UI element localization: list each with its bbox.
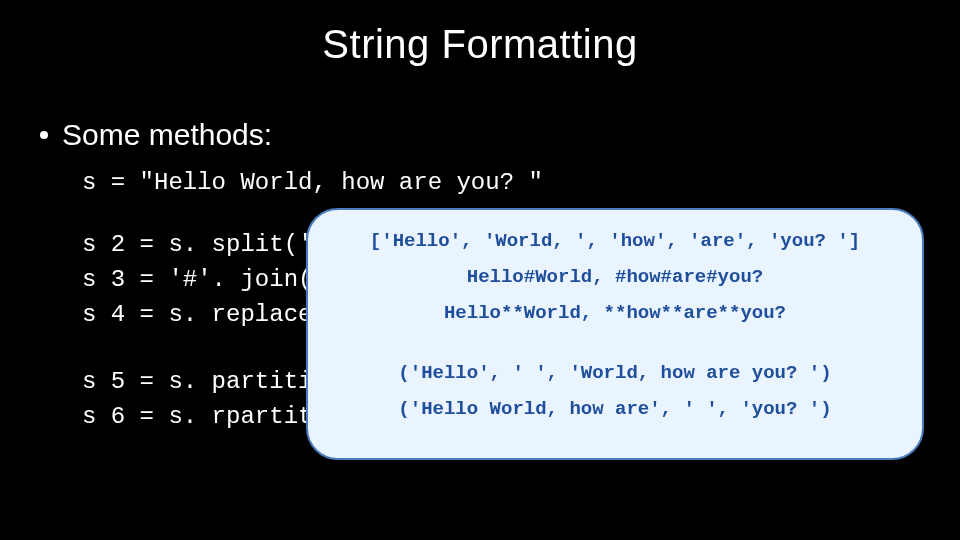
slide-title: String Formatting (0, 22, 960, 67)
bullet-text: Some methods: (62, 118, 272, 152)
output-callout: ['Hello', 'World, ', 'how', 'are', 'you?… (306, 208, 924, 460)
output-replace: Hello**World, **how**are**you? (318, 302, 912, 324)
output-split: ['Hello', 'World, ', 'how', 'are', 'you?… (318, 230, 912, 252)
output-join: Hello#World, #how#are#you? (318, 266, 912, 288)
code-line-init: s = "Hello World, how are you? " (82, 166, 543, 201)
output-partition: ('Hello', ' ', 'World, how are you? ') (318, 362, 912, 384)
bullet-dot-icon (40, 131, 48, 139)
bullet-item: Some methods: (40, 118, 272, 152)
output-rpartition: ('Hello World, how are', ' ', 'you? ') (318, 398, 912, 420)
